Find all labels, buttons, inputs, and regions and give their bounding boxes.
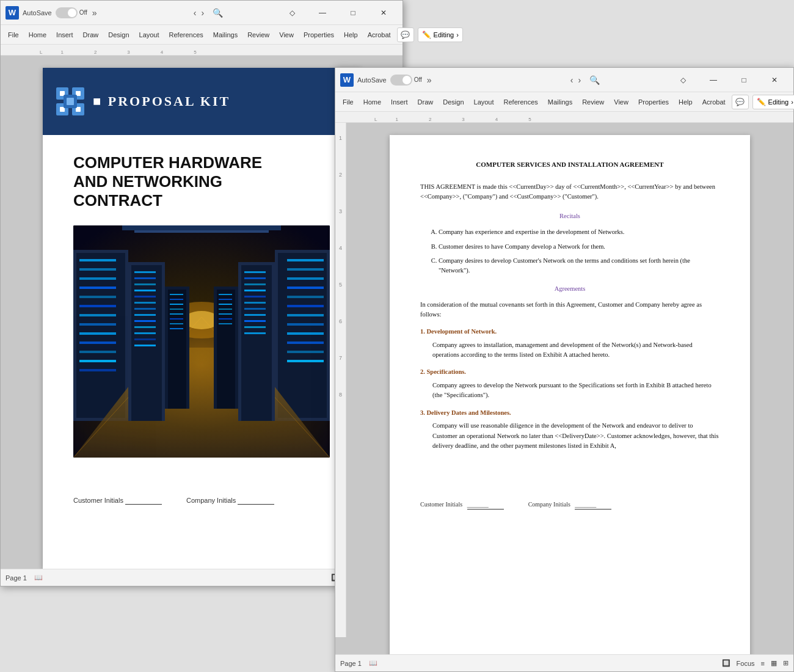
section-2: 2. Specifications. Company agrees to dev… bbox=[420, 367, 719, 400]
tab-properties-1[interactable]: Properties bbox=[300, 29, 338, 41]
tab-review-2[interactable]: Review bbox=[578, 96, 608, 108]
search-button-1[interactable]: 🔍 bbox=[209, 5, 226, 20]
tab-layout-1[interactable]: Layout bbox=[136, 29, 163, 41]
svg-rect-60 bbox=[134, 326, 156, 328]
svg-rect-79 bbox=[170, 294, 183, 295]
autosave-label-2: AutoSave bbox=[357, 76, 387, 84]
tab-design-1[interactable]: Design bbox=[104, 29, 133, 41]
pencil-icon-1: ✏️ bbox=[422, 31, 431, 39]
svg-rect-38 bbox=[287, 323, 324, 326]
nav-forward-2[interactable]: › bbox=[578, 75, 581, 85]
side-ruler-2: 1 2 3 4 5 6 7 8 bbox=[335, 123, 346, 637]
tab-acrobat-1[interactable]: Acrobat bbox=[364, 29, 395, 41]
svg-rect-85 bbox=[170, 323, 183, 324]
tab-home-2[interactable]: Home bbox=[360, 96, 385, 108]
minimize-button-1[interactable]: — bbox=[308, 3, 337, 23]
tab-view-2[interactable]: View bbox=[610, 96, 632, 108]
svg-rect-66 bbox=[244, 271, 266, 273]
title-bar-left-1: W AutoSave Off » bbox=[5, 6, 142, 20]
svg-rect-59 bbox=[134, 320, 156, 322]
toggle-label-2: Off bbox=[414, 76, 422, 83]
toggle-container-1[interactable]: Off bbox=[56, 7, 89, 18]
tab-help-1[interactable]: Help bbox=[340, 29, 362, 41]
autosave-toggle-2[interactable] bbox=[390, 75, 412, 86]
proposal-kit-logo: ■ Proposal Kit bbox=[55, 86, 230, 117]
tab-mailings-1[interactable]: Mailings bbox=[209, 29, 241, 41]
cover-title-line1: COMPUTER HARDWARE bbox=[73, 153, 330, 172]
recital-item-3: Company desires to develop Customer's Ne… bbox=[439, 256, 719, 276]
tab-layout-2[interactable]: Layout bbox=[470, 96, 498, 108]
tab-file-2[interactable]: File bbox=[339, 96, 357, 108]
tab-review-1[interactable]: Review bbox=[244, 29, 273, 41]
tab-help-2[interactable]: Help bbox=[675, 96, 696, 108]
pk-title: ■ Proposal Kit bbox=[93, 93, 230, 109]
svg-rect-91 bbox=[219, 304, 232, 305]
comment-button-1[interactable]: 💬 bbox=[397, 27, 414, 42]
svg-rect-32 bbox=[287, 268, 324, 271]
title-bar-right-2: ◇ — □ ✕ bbox=[669, 70, 789, 90]
more-options-2[interactable]: » bbox=[427, 75, 432, 85]
cover-title: COMPUTER HARDWARE AND NETWORKING CONTRAC… bbox=[73, 153, 330, 211]
tab-home-1[interactable]: Home bbox=[25, 29, 50, 41]
svg-rect-62 bbox=[134, 338, 156, 340]
cover-image bbox=[73, 225, 330, 458]
diamond-icon-2[interactable]: ◇ bbox=[669, 70, 697, 90]
layout-icon-6: ⊞ bbox=[783, 659, 789, 667]
svg-rect-54 bbox=[134, 290, 156, 291]
nav-forward-1[interactable]: › bbox=[202, 8, 205, 18]
tab-insert-1[interactable]: Insert bbox=[53, 29, 77, 41]
svg-rect-81 bbox=[170, 304, 183, 305]
nav-back-1[interactable]: ‹ bbox=[194, 8, 197, 18]
agreements-intro: In consideration of the mutual covenants… bbox=[420, 300, 719, 320]
tab-insert-2[interactable]: Insert bbox=[387, 96, 412, 108]
tab-references-1[interactable]: References bbox=[166, 29, 207, 41]
ribbon-right-1: 💬 ✏️ Editing › bbox=[397, 27, 463, 42]
tab-mailings-2[interactable]: Mailings bbox=[544, 96, 576, 108]
toggle-container-2[interactable]: Off bbox=[390, 75, 423, 86]
svg-rect-78 bbox=[168, 290, 186, 409]
tab-references-2[interactable]: References bbox=[500, 96, 542, 108]
tab-properties-2[interactable]: Properties bbox=[635, 96, 672, 108]
autosave-toggle-1[interactable] bbox=[56, 7, 78, 18]
title-bar-2: W AutoSave Off » ‹ › 🔍 ◇ — □ ✕ bbox=[335, 68, 793, 92]
svg-rect-42 bbox=[287, 360, 324, 362]
title-bar-1: W AutoSave Off » ‹ › 🔍 ◇ — □ ✕ bbox=[1, 1, 402, 25]
svg-rect-76 bbox=[244, 332, 266, 334]
svg-rect-9 bbox=[67, 98, 74, 105]
tab-file-1[interactable]: File bbox=[4, 29, 23, 41]
comment-button-2[interactable]: 💬 bbox=[732, 95, 749, 109]
tab-acrobat-2[interactable]: Acrobat bbox=[699, 96, 729, 108]
section-2-title: 2. Specifications. bbox=[420, 367, 719, 377]
tab-design-2[interactable]: Design bbox=[439, 96, 467, 108]
maximize-button-2[interactable]: □ bbox=[730, 70, 758, 90]
tab-view-1[interactable]: View bbox=[275, 29, 297, 41]
search-button-2[interactable]: 🔍 bbox=[586, 73, 603, 87]
minimize-button-2[interactable]: — bbox=[699, 70, 727, 90]
nav-back-2[interactable]: ‹ bbox=[570, 75, 574, 85]
ruler-2: L 1 2 3 4 5 bbox=[335, 112, 793, 123]
more-options-1[interactable]: » bbox=[92, 8, 97, 18]
maximize-button-1[interactable]: □ bbox=[339, 3, 367, 23]
focus-icon-2: 🔲 bbox=[722, 659, 730, 667]
svg-rect-17 bbox=[79, 268, 116, 271]
close-button-2[interactable]: ✕ bbox=[760, 70, 789, 90]
svg-rect-80 bbox=[170, 299, 183, 300]
recitals-list: Company has experience and expertise in … bbox=[439, 227, 719, 276]
tab-draw-1[interactable]: Draw bbox=[79, 29, 103, 41]
diamond-icon-1[interactable]: ◇ bbox=[278, 3, 306, 23]
svg-rect-27 bbox=[79, 360, 116, 362]
tab-draw-2[interactable]: Draw bbox=[414, 96, 437, 108]
svg-rect-31 bbox=[287, 259, 324, 261]
page-2: COMPUTER SERVICES AND INSTALLATION AGREE… bbox=[390, 135, 750, 654]
autosave-label-1: AutoSave bbox=[23, 9, 52, 16]
close-button-1[interactable]: ✕ bbox=[370, 3, 398, 23]
editing-button-2[interactable]: ✏️ Editing › bbox=[752, 95, 794, 109]
doc-intro: THIS AGREEMENT is made this <<CurrentDay… bbox=[420, 182, 719, 202]
svg-rect-23 bbox=[79, 323, 116, 326]
svg-rect-74 bbox=[244, 320, 266, 322]
company-initials-2: Company Initials _______ bbox=[528, 500, 612, 509]
editing-button-1[interactable]: ✏️ Editing › bbox=[418, 27, 463, 42]
svg-rect-72 bbox=[244, 308, 266, 310]
recital-item-2: Customer desires to have Company develop… bbox=[439, 242, 719, 252]
svg-rect-28 bbox=[79, 369, 116, 371]
